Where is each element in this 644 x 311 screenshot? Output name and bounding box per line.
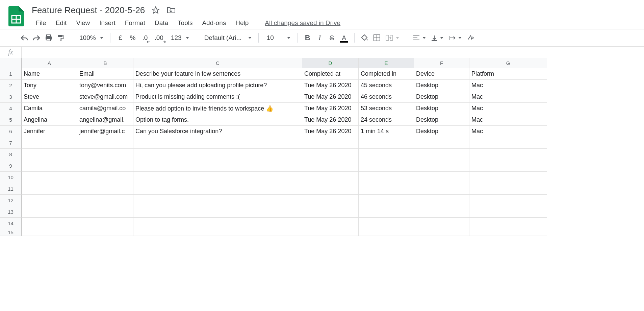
cell[interactable] [22,229,77,236]
cell[interactable]: Describe your feature in few sentences [133,68,302,80]
col-header-C[interactable]: C [133,58,302,68]
row-header[interactable]: 12 [0,195,22,206]
cell[interactable]: Platform [469,68,547,80]
cell[interactable] [302,183,359,195]
cell[interactable]: Device [414,68,469,80]
horizontal-align-dropdown[interactable] [410,32,429,44]
cell[interactable]: Completed at [302,68,359,80]
cell[interactable] [77,195,133,206]
menu-help[interactable]: Help [231,18,253,28]
row-header[interactable]: 10 [0,172,22,183]
cell[interactable] [22,160,77,172]
col-header-G[interactable]: G [469,58,547,68]
row-header[interactable]: 14 [0,218,22,229]
cell[interactable]: Can you Salesforce integration? [133,126,302,137]
cell[interactable] [22,218,77,229]
select-all-corner[interactable] [0,58,22,68]
cell[interactable] [414,229,469,236]
cell[interactable] [133,160,302,172]
text-rotation-dropdown[interactable] [464,32,476,44]
cell[interactable] [77,183,133,195]
cell[interactable]: 46 seconds [359,91,414,103]
cell[interactable]: Mac [469,126,547,137]
cell[interactable] [359,206,414,218]
cell[interactable] [133,137,302,149]
fill-color-button[interactable] [359,32,371,44]
cell[interactable] [469,160,547,172]
bold-button[interactable]: B [302,32,314,44]
cell[interactable] [414,137,469,149]
cell[interactable]: Tue May 26 2020 [302,126,359,137]
cell[interactable] [302,229,359,236]
increase-decimal-button[interactable]: .00 [151,32,167,44]
cell[interactable]: Completed in [359,68,414,80]
cell[interactable] [22,149,77,160]
cell[interactable] [77,137,133,149]
menu-tools[interactable]: Tools [173,18,197,28]
cell[interactable] [469,229,547,236]
cell[interactable] [302,172,359,183]
cell[interactable]: Desktop [414,91,469,103]
row-header[interactable]: 2 [0,80,22,91]
decrease-decimal-button[interactable]: .0 [139,32,151,44]
cell[interactable]: Tony [22,80,77,91]
text-wrap-dropdown[interactable] [446,32,464,44]
col-header-E[interactable]: E [359,58,414,68]
cell[interactable]: Mac [469,114,547,126]
menu-format[interactable]: Format [120,18,150,28]
row-header[interactable]: 8 [0,149,22,160]
cell[interactable]: Hi, can you please add uploading profile… [133,80,302,91]
cell[interactable] [22,195,77,206]
cell[interactable] [22,206,77,218]
cell[interactable] [359,218,414,229]
star-icon[interactable] [151,5,160,15]
cell[interactable] [133,149,302,160]
cell[interactable]: 1 min 14 s [359,126,414,137]
row-header[interactable]: 7 [0,137,22,149]
format-percent-button[interactable]: % [127,32,139,44]
row-header[interactable]: 6 [0,126,22,137]
cell[interactable] [359,160,414,172]
cell[interactable] [469,137,547,149]
cell[interactable]: camila@gmail.co [77,103,133,114]
cell[interactable] [414,183,469,195]
cell[interactable]: Mac [469,103,547,114]
cell[interactable] [359,195,414,206]
cell[interactable] [414,160,469,172]
cell[interactable]: Name [22,68,77,80]
cell[interactable] [414,195,469,206]
row-header[interactable]: 5 [0,114,22,126]
menu-addons[interactable]: Add-ons [197,18,231,28]
cell[interactable] [302,218,359,229]
cell[interactable] [469,206,547,218]
cell[interactable]: Jennifer [22,126,77,137]
cell[interactable] [22,183,77,195]
undo-icon[interactable] [18,32,30,44]
cell[interactable] [359,137,414,149]
cell[interactable] [302,137,359,149]
cell[interactable] [302,195,359,206]
menu-data[interactable]: Data [150,18,173,28]
paint-format-icon[interactable] [55,32,67,44]
cell[interactable] [359,229,414,236]
cell[interactable] [359,183,414,195]
cell[interactable] [469,183,547,195]
strikethrough-button[interactable]: S [326,32,338,44]
cell[interactable]: Email [77,68,133,80]
cell[interactable] [469,149,547,160]
cell[interactable] [133,206,302,218]
cell[interactable]: Desktop [414,103,469,114]
borders-button[interactable] [371,32,383,44]
cell[interactable] [414,172,469,183]
sheets-logo-icon[interactable] [7,4,25,28]
cell[interactable] [77,172,133,183]
row-header[interactable]: 1 [0,68,22,80]
cell[interactable] [133,195,302,206]
row-header[interactable]: 4 [0,103,22,114]
cell[interactable] [22,172,77,183]
document-title[interactable]: Feature Request - 2020-5-26 [30,5,145,16]
cell[interactable] [359,149,414,160]
cell[interactable]: tony@venits.com [77,80,133,91]
cell[interactable]: Tue May 26 2020 [302,103,359,114]
cell[interactable] [359,172,414,183]
